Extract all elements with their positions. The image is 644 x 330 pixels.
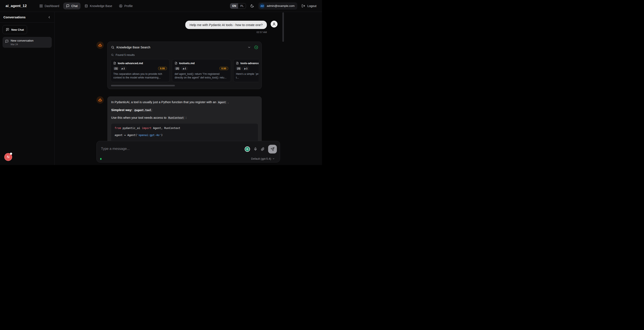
- tab-label: Profile: [124, 4, 133, 8]
- new-chat-label: New Chat: [11, 28, 24, 31]
- app-logo: ai_agent_12: [6, 4, 27, 8]
- new-chat-icon: [6, 28, 9, 31]
- paragraph: Simplest way: @agent.tool: [111, 108, 258, 112]
- language-toggle: EN PL: [230, 3, 246, 9]
- result-score-badge: 0.50: [219, 67, 228, 70]
- assistant-message-row: In PydanticAI, a tool is usually just a …: [96, 96, 280, 148]
- account-chip[interactable]: AD admin@example.com: [258, 2, 297, 10]
- search-results-row: tools-advanced.md [1] p.1 0.55 This sepa…: [110, 59, 258, 82]
- result-ref-badge: [1]: [113, 67, 118, 70]
- message-input[interactable]: [101, 147, 220, 151]
- lang-pl-button[interactable]: PL: [238, 4, 246, 9]
- grammarly-icon[interactable]: G: [245, 146, 250, 152]
- tool-card-header[interactable]: Knowledge Base Search: [110, 45, 258, 49]
- model-selector[interactable]: Default (gpt-5.4): [251, 157, 275, 160]
- chevron-down-icon: [272, 158, 275, 160]
- file-icon: [113, 62, 116, 65]
- composer-card: G Default (gpt-5.4): [96, 141, 280, 162]
- result-page-badge: p.1: [242, 67, 249, 70]
- success-check-icon: [254, 45, 258, 49]
- inline-code: Agent: [217, 101, 227, 104]
- app-window: ai_agent_12 Dashboard Chat Knowledge Bas…: [0, 0, 322, 165]
- user-message-bubble: Help me with Pydantic AI tools - how to …: [185, 21, 267, 29]
- conversation-list-item[interactable]: New conversation Mar 24: [2, 37, 52, 48]
- logout-button[interactable]: Logout: [302, 4, 316, 8]
- paragraph: In PydanticAI, a tool is usually just a …: [111, 100, 258, 105]
- database-icon: [84, 4, 88, 8]
- conversation-text: New conversation Mar 24: [11, 39, 34, 46]
- paragraph: Use this when your tool needs access to …: [111, 116, 258, 120]
- account-email: admin@example.com: [267, 4, 294, 8]
- send-button[interactable]: [268, 145, 277, 153]
- lang-en-button[interactable]: EN: [230, 4, 238, 9]
- chevron-down-icon[interactable]: [248, 46, 251, 49]
- result-page-badge: p.1: [181, 67, 188, 70]
- search-icon: [111, 46, 114, 49]
- nav-tabs: Dashboard Chat Knowledge Base Profile: [37, 3, 136, 9]
- user-message-row: Help me with Pydantic AI tools - how to …: [96, 21, 280, 29]
- logout-icon: [302, 4, 305, 8]
- assistant-message-bubble: In PydanticAI, a tool is usually just a …: [107, 96, 262, 148]
- user-avatar: [271, 21, 278, 28]
- inline-code: RunContext: [168, 116, 185, 120]
- collapse-sidebar-icon[interactable]: [48, 16, 51, 19]
- new-chat-button[interactable]: New Chat: [2, 25, 27, 34]
- tool-call-card: Knowledge Base Search Found 5 results: [107, 42, 262, 89]
- result-snippet: This separation allows you to provide ri…: [113, 72, 167, 80]
- robot-icon: [98, 98, 102, 102]
- result-filename: tools-advanced.md: [118, 62, 143, 65]
- notification-widget[interactable]: N: [4, 153, 12, 161]
- inline-code: @agent.tool: [133, 109, 152, 112]
- search-small-icon: [111, 54, 114, 56]
- message-timestamp: 02:57 AM: [96, 31, 280, 34]
- moon-icon: [250, 4, 254, 8]
- sidebar-title: Conversations: [4, 15, 26, 19]
- robot-icon: [98, 43, 102, 47]
- tab-label: Knowledge Base: [90, 4, 112, 8]
- tab-profile[interactable]: Profile: [116, 3, 136, 9]
- profile-circle-icon: [119, 4, 122, 8]
- tool-message-row: Knowledge Base Search Found 5 results: [96, 42, 280, 89]
- search-result-card[interactable]: tools-advanced.md [3] p.1 Here's a simpl…: [233, 59, 258, 82]
- account-avatar: AD: [260, 4, 265, 9]
- conversation-date: Mar 24: [11, 43, 34, 46]
- tab-label: Dashboard: [45, 4, 60, 8]
- bot-avatar: [96, 96, 104, 104]
- vertical-scrollbar[interactable]: [282, 12, 284, 42]
- tab-chat[interactable]: Chat: [63, 3, 80, 9]
- horizontal-scrollbar[interactable]: [111, 85, 175, 86]
- file-icon: [236, 62, 239, 65]
- logout-label: Logout: [307, 4, 316, 8]
- result-snippet: Here's a simple `prepare` includes the t…: [236, 72, 258, 80]
- theme-toggle-button[interactable]: [250, 4, 254, 8]
- navbar-right: EN PL AD admin@example.com Logout: [230, 2, 316, 10]
- result-snippet: def agent_tool(): return "I'm registered…: [175, 72, 228, 80]
- search-result-card[interactable]: tools-advanced.md [1] p.1 0.55 This sepa…: [110, 59, 170, 82]
- connection-status-dot: [100, 158, 102, 160]
- result-ref-badge: [3]: [236, 67, 241, 70]
- conversations-sidebar: Conversations New Chat New conversation …: [0, 12, 54, 165]
- notification-dot: [10, 153, 12, 155]
- file-icon: [175, 62, 178, 65]
- attachment-button[interactable]: [261, 147, 264, 151]
- tab-dashboard[interactable]: Dashboard: [37, 3, 62, 9]
- tool-status-text: Found 5 results: [116, 53, 135, 57]
- tool-title: Knowledge Base Search: [116, 46, 245, 49]
- result-score-badge: 0.55: [158, 67, 167, 70]
- microphone-button[interactable]: [254, 147, 257, 151]
- bot-avatar: [96, 42, 104, 49]
- result-page-badge: p.1: [120, 67, 126, 70]
- message-thread: Help me with Pydantic AI tools - how to …: [96, 12, 280, 148]
- tab-label: Chat: [71, 4, 78, 8]
- sidebar-header: Conversations: [0, 12, 54, 23]
- n-widget-letter: N: [7, 155, 9, 159]
- composer-footer: G Default (gpt-5.4): [54, 141, 322, 165]
- model-label: Default (gpt-5.4): [251, 157, 271, 160]
- sidebar-body: New Chat New conversation Mar 24: [0, 23, 54, 50]
- top-navbar: ai_agent_12 Dashboard Chat Knowledge Bas…: [0, 0, 322, 12]
- conversation-icon: [5, 40, 8, 46]
- search-result-card[interactable]: toolsets.md [2] p.1 0.50 def agent_tool(…: [172, 59, 231, 82]
- conversation-title: New conversation: [11, 39, 34, 42]
- send-plane-icon: [270, 147, 274, 151]
- tab-knowledge-base[interactable]: Knowledge Base: [82, 3, 115, 9]
